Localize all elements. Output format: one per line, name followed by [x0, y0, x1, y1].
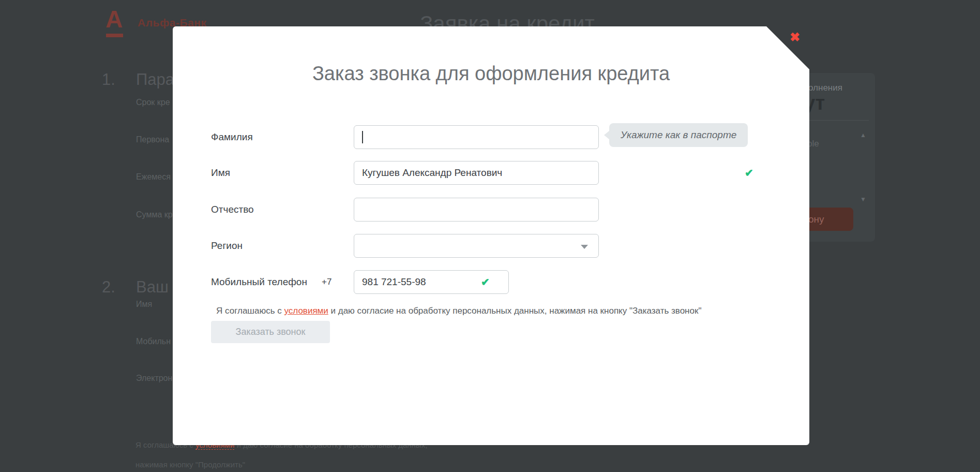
- middlename-label: Отчество: [211, 198, 254, 222]
- backdrop-field-label: Срок кре: [136, 98, 170, 107]
- scroll-up-icon: ▲: [860, 131, 866, 139]
- tooltip-arrow-icon: [604, 130, 610, 140]
- consent-suffix: и даю согласие на обработку персональных…: [328, 306, 702, 316]
- tooltip-text: Укажите как в паспорте: [621, 129, 736, 140]
- terms-link[interactable]: условиями: [284, 306, 328, 316]
- backdrop-field-label: Мобильн: [136, 337, 171, 346]
- lastname-tooltip: Укажите как в паспорте: [609, 123, 748, 147]
- section-2-title: Ваш: [136, 278, 169, 297]
- order-call-button[interactable]: Заказать звонок: [211, 321, 330, 343]
- alfa-bank-logo-underline: [106, 34, 123, 37]
- modal-folded-corner: [766, 26, 809, 69]
- middlename-row: Отчество: [173, 198, 809, 222]
- lastname-input[interactable]: [354, 125, 599, 149]
- backdrop-field-label: Первона: [136, 135, 169, 144]
- valid-check-icon: ✔: [745, 161, 753, 185]
- modal-consent-text: Я соглашаюсь с условиями и даю согласие …: [216, 306, 701, 316]
- alfa-bank-logo-icon: А: [105, 7, 123, 31]
- order-call-modal: Заказ звонка для оформления кредита Фами…: [173, 26, 809, 445]
- fill-time-caption: олнения: [808, 83, 842, 93]
- phone-country-prefix: +7: [322, 270, 331, 294]
- region-select[interactable]: [354, 234, 599, 258]
- modal-title: Заказ звонка для оформления кредита: [173, 63, 809, 85]
- backdrop-field-label: Ежемеся: [136, 172, 171, 182]
- region-row: Регион: [173, 234, 809, 258]
- section-1-number: 1.: [102, 70, 115, 89]
- section-1-title: Пара: [136, 70, 174, 89]
- phone-row: Мобильный телефон +7 ✔: [173, 270, 809, 294]
- middlename-input[interactable]: [354, 198, 599, 222]
- lastname-label: Фамилия: [211, 125, 253, 149]
- firstname-input[interactable]: [354, 161, 599, 185]
- backdrop-consent-line2: нажимая кнопку "Продолжить": [135, 460, 245, 469]
- region-label: Регион: [211, 234, 243, 258]
- firstname-row: Имя ✔: [173, 161, 809, 185]
- backdrop-field-label: Имя: [136, 300, 152, 309]
- text-caret: [362, 131, 363, 143]
- valid-check-icon: ✔: [481, 270, 490, 294]
- consent-prefix: Я соглашаюсь с: [216, 306, 284, 316]
- backdrop-field-label: Электрон: [136, 374, 172, 383]
- section-2-number: 2.: [102, 278, 115, 297]
- chevron-down-icon[interactable]: [581, 245, 588, 249]
- firstname-label: Имя: [211, 161, 230, 185]
- phone-label: Мобильный телефон: [211, 270, 307, 294]
- credit-application-page: А Альфа-Банк Заявка на кредит 1. Пара Ср…: [0, 0, 980, 472]
- lastname-row: Фамилия Укажите как в паспорте: [173, 125, 809, 149]
- scroll-down-icon: ▼: [860, 196, 866, 203]
- close-icon[interactable]: ✖: [790, 31, 800, 43]
- backdrop-field-label: Сумма кр: [136, 210, 173, 219]
